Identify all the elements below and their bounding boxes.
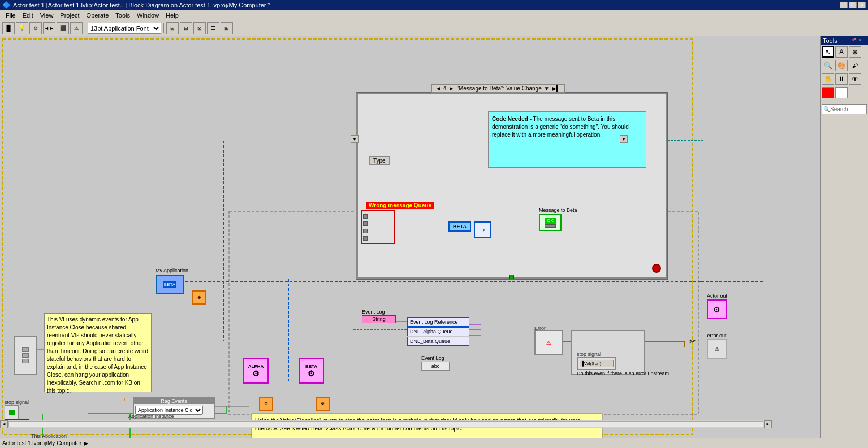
event-log-2: Event Log abc bbox=[421, 355, 450, 371]
block-diagram-canvas[interactable]: ◄ 4 ► "Message to Beta": Value Change ▼ … bbox=[0, 36, 820, 438]
status-bar: Actor test 1.lvproj/My Computer ▶ bbox=[0, 438, 868, 448]
close-button[interactable]: × bbox=[858, 2, 866, 8]
align-button[interactable]: ⊞ bbox=[166, 22, 179, 34]
menu-view[interactable]: View bbox=[37, 10, 57, 20]
event-index: 4 bbox=[443, 85, 447, 92]
distribute-button[interactable]: ⊟ bbox=[180, 22, 192, 34]
stop-signal-label-right: stop signal bbox=[577, 351, 671, 357]
shift-reg-top-right: ▼ bbox=[620, 135, 628, 143]
shift-register-left bbox=[14, 336, 37, 375]
tools-close-button[interactable]: × bbox=[859, 38, 866, 44]
toolbar-separator-2 bbox=[163, 23, 164, 33]
foreground-color[interactable] bbox=[822, 87, 834, 98]
scroll-left-button[interactable]: ◄ bbox=[0, 420, 8, 428]
search-icon: 🔍 bbox=[823, 106, 830, 112]
orange-node-3: ⚙ bbox=[316, 397, 330, 411]
menu-window[interactable]: Window bbox=[133, 10, 162, 20]
scroll-right-button[interactable]: ► bbox=[764, 420, 772, 428]
background-color[interactable] bbox=[835, 87, 848, 98]
minimize-button[interactable]: − bbox=[840, 2, 848, 8]
text-tool[interactable]: A bbox=[835, 46, 848, 58]
event-tab[interactable]: ◄ 4 ► "Message to Beta": Value Change ▼ … bbox=[431, 84, 565, 93]
step-out-button[interactable]: ⬛ bbox=[57, 22, 69, 34]
reorder-button[interactable]: ☰ bbox=[207, 22, 219, 34]
run-pause-button[interactable]: ▐▌ bbox=[2, 22, 15, 34]
error-cluster: ⚠ bbox=[534, 330, 563, 355]
tools-pin-button[interactable]: 📌 bbox=[851, 38, 858, 44]
event-nav-left[interactable]: ◄ bbox=[435, 85, 441, 92]
maximize-button[interactable]: □ bbox=[849, 2, 857, 8]
event-log-ref-block: Event Log Reference DNL_Alpha Queue DNL_… bbox=[407, 317, 469, 346]
event-log-1: Event Log String bbox=[362, 309, 396, 323]
error-label: Error bbox=[534, 325, 546, 331]
clean-diagram-button[interactable]: ⊞ bbox=[221, 22, 233, 34]
step-over-button[interactable]: ◄► bbox=[43, 22, 55, 34]
app-icon: 🔷 bbox=[2, 1, 11, 9]
ok-node-body: OK bbox=[539, 214, 562, 231]
menu-help[interactable]: Help bbox=[162, 10, 182, 20]
message-to-beta-node: Message to Beta OK bbox=[539, 207, 577, 231]
color-copy-tool[interactable]: 🎨 bbox=[835, 60, 848, 71]
scissors-icon: ✂ bbox=[689, 337, 696, 346]
scroll-track-h[interactable] bbox=[8, 421, 763, 427]
wrong-queue-terminals bbox=[361, 210, 395, 244]
orange-node-2: ⚙ bbox=[259, 397, 273, 411]
stop-signal-body-left bbox=[5, 405, 19, 419]
tools-title-bar: Tools 📌 × bbox=[821, 36, 868, 45]
message-to-beta-label: Message to Beta bbox=[539, 207, 577, 213]
toolbar: ▐▌ 💡 ⚙ ◄► ⬛ ⚠ 13pt Application Font ⊞ ⊟ … bbox=[0, 20, 868, 36]
stop-signal-body-right: ▐Val(Sgn) bbox=[577, 357, 616, 370]
breakpoint-tool[interactable]: ⏸ bbox=[835, 73, 848, 85]
alpha-actor: ALPHA ⚙ bbox=[243, 358, 269, 384]
tools-window-controls: 📌 × bbox=[851, 38, 866, 44]
actor-out-label: Actor out bbox=[707, 293, 727, 299]
menu-project[interactable]: Project bbox=[57, 10, 83, 20]
event-next-icon[interactable]: ▶▍ bbox=[552, 85, 561, 92]
font-select[interactable]: 13pt Application Font bbox=[88, 23, 161, 34]
tools-color-row bbox=[821, 86, 868, 99]
actor-out-node: Actor out ⚙ bbox=[707, 293, 727, 319]
stop-error-note: Do this even if there is an error upstre… bbox=[577, 371, 671, 376]
status-arrow: ▶ bbox=[84, 440, 88, 446]
stop-circle[interactable] bbox=[652, 264, 661, 273]
highlight-button[interactable]: 💡 bbox=[16, 22, 28, 34]
warn-button[interactable]: ⚠ bbox=[70, 22, 83, 34]
search-input[interactable] bbox=[830, 106, 861, 112]
stop-signal-label-left: stop signal bbox=[5, 399, 29, 405]
event-log-2-value: abc bbox=[421, 362, 450, 371]
title-bar: 🔷 Actor test 1 [Actor test 1.lvlib:Actor… bbox=[0, 0, 868, 10]
search-bar: 🔍 bbox=[822, 104, 867, 114]
wire-tool[interactable]: ⊕ bbox=[849, 46, 861, 58]
alpha-gear: ⚙ bbox=[252, 369, 260, 378]
sr-element-3 bbox=[22, 359, 29, 363]
tools-row-2: 🔍 🎨 🖌 bbox=[821, 59, 868, 72]
code-needed-label: Code Needed bbox=[492, 116, 528, 122]
event-dropdown[interactable]: ▼ bbox=[544, 85, 550, 92]
shift-reg-top-left: ▼ bbox=[351, 135, 359, 143]
dnl-alpha-label: DNL_Alpha Queue bbox=[407, 327, 469, 336]
probe-tool[interactable]: 🔍 bbox=[822, 60, 834, 71]
window-controls: − □ × bbox=[840, 2, 866, 8]
bottom-connector bbox=[509, 275, 514, 279]
resize-button[interactable]: ⊠ bbox=[193, 22, 206, 34]
menu-edit[interactable]: Edit bbox=[19, 10, 37, 20]
menu-file[interactable]: File bbox=[2, 10, 19, 20]
wrong-message-queue-label: Wrong message Queue bbox=[366, 202, 434, 209]
error-icon: ⚠ bbox=[546, 340, 551, 346]
menu-operate[interactable]: Operate bbox=[83, 10, 113, 20]
beta-body: BETA ⚙ bbox=[299, 358, 324, 384]
tools-panel: Tools 📌 × ↖ A ⊕ 🔍 🎨 🖌 ✋ ⏸ 👁 bbox=[820, 36, 868, 438]
event-nav-right[interactable]: ► bbox=[448, 85, 454, 92]
forward-arrow-block: → bbox=[474, 221, 491, 238]
probe-watch-tool[interactable]: 👁 bbox=[849, 73, 861, 85]
event-log-1-label: Event Log bbox=[362, 309, 396, 315]
step-into-button[interactable]: ⚙ bbox=[29, 22, 42, 34]
horizontal-scrollbar[interactable]: ◄ ► bbox=[0, 420, 772, 428]
my-application-body: BETA bbox=[156, 275, 184, 294]
event-log-ref-label: Event Log Reference bbox=[407, 317, 469, 327]
orange-node-1: ⊕ bbox=[192, 290, 206, 305]
scroll-tool[interactable]: ✋ bbox=[822, 73, 834, 85]
cursor-tool[interactable]: ↖ bbox=[822, 46, 834, 58]
color-paint-tool[interactable]: 🖌 bbox=[849, 60, 861, 71]
menu-tools[interactable]: Tools bbox=[112, 10, 133, 20]
